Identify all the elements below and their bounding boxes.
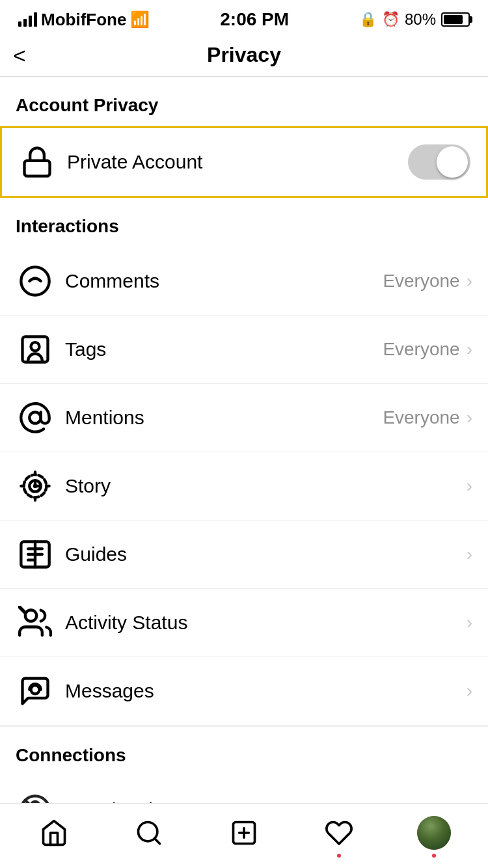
guides-icon	[16, 535, 55, 574]
guides-label: Guides	[65, 543, 467, 565]
wifi-icon: 📶	[130, 10, 150, 29]
profile-avatar	[417, 816, 451, 850]
back-button[interactable]: <	[13, 44, 26, 66]
svg-line-20	[20, 607, 25, 613]
activity-status-right: ›	[467, 612, 472, 633]
activity-status-chevron: ›	[467, 612, 472, 633]
private-account-label: Private Account	[67, 151, 408, 173]
svg-point-3	[31, 342, 40, 351]
comments-value: Everyone	[383, 271, 459, 292]
mentions-icon	[16, 398, 55, 437]
activity-status-icon	[16, 603, 55, 642]
guides-chevron: ›	[467, 544, 472, 565]
tab-create[interactable]	[197, 804, 291, 861]
activity-status-row[interactable]: Activity Status ›	[0, 589, 488, 657]
search-icon	[132, 816, 166, 850]
story-chevron: ›	[467, 476, 472, 496]
mentions-right: Everyone ›	[383, 407, 472, 428]
nav-header: < Privacy	[0, 36, 488, 77]
svg-point-19	[25, 610, 36, 621]
activity-icon	[322, 816, 356, 850]
content: Account Privacy Private Account Interact…	[0, 77, 488, 868]
svg-point-1	[21, 267, 49, 295]
private-account-row[interactable]: Private Account	[0, 126, 488, 198]
profile-dot	[432, 854, 436, 858]
account-privacy-section-header: Account Privacy	[0, 77, 488, 126]
messages-label: Messages	[65, 680, 467, 702]
home-icon	[37, 816, 71, 850]
tags-chevron: ›	[467, 339, 472, 360]
status-left: MobifFone 📶	[18, 10, 150, 30]
guides-row[interactable]: Guides ›	[0, 521, 488, 589]
lock-status-icon: 🔒	[359, 11, 377, 28]
messages-right: ›	[467, 681, 472, 701]
status-bar: MobifFone 📶 2:06 PM 🔒 ⏰ 80%	[0, 0, 488, 36]
tags-label: Tags	[65, 338, 383, 360]
tab-profile[interactable]	[386, 804, 481, 861]
tab-bar	[0, 803, 488, 868]
comments-chevron: ›	[467, 271, 472, 292]
battery-icon	[441, 12, 470, 27]
svg-line-26	[155, 838, 160, 843]
tags-value: Everyone	[383, 339, 459, 360]
alarm-icon: ⏰	[382, 11, 400, 28]
interactions-section-header: Interactions	[0, 198, 488, 247]
tab-search[interactable]	[102, 804, 197, 861]
guides-right: ›	[467, 544, 472, 565]
comments-right: Everyone ›	[383, 271, 472, 292]
story-right: ›	[467, 476, 472, 496]
battery-percentage: 80%	[405, 10, 436, 29]
tags-row[interactable]: Tags Everyone ›	[0, 316, 488, 384]
tags-right: Everyone ›	[383, 339, 472, 360]
private-account-toggle[interactable]	[408, 144, 470, 180]
activity-dot	[337, 854, 341, 858]
comments-row[interactable]: Comments Everyone ›	[0, 247, 488, 316]
svg-point-21	[31, 685, 40, 694]
tags-icon	[16, 330, 55, 369]
story-label: Story	[65, 475, 467, 497]
create-icon	[227, 816, 261, 850]
lock-icon	[18, 142, 57, 182]
connections-section-header: Connections	[0, 727, 488, 776]
messages-chevron: ›	[467, 681, 472, 701]
mentions-value: Everyone	[383, 407, 459, 428]
story-icon	[16, 467, 55, 506]
mentions-chevron: ›	[467, 407, 472, 428]
messages-row[interactable]: Messages ›	[0, 657, 488, 726]
svg-point-4	[29, 412, 40, 423]
mentions-row[interactable]: Mentions Everyone ›	[0, 384, 488, 452]
status-time: 2:06 PM	[220, 9, 289, 30]
status-right: 🔒 ⏰ 80%	[359, 10, 470, 29]
toggle-circle	[437, 146, 468, 178]
mentions-label: Mentions	[65, 407, 383, 429]
carrier-label: MobifFone	[41, 10, 126, 30]
tab-home[interactable]	[7, 804, 102, 861]
tab-activity[interactable]	[291, 804, 386, 861]
signal-icon	[18, 12, 37, 27]
page-title: Privacy	[207, 43, 281, 67]
activity-status-label: Activity Status	[65, 612, 467, 634]
story-row[interactable]: Story ›	[0, 452, 488, 521]
messages-icon	[16, 671, 55, 711]
comments-label: Comments	[65, 270, 383, 292]
svg-rect-0	[25, 161, 50, 176]
comments-icon	[16, 262, 55, 301]
